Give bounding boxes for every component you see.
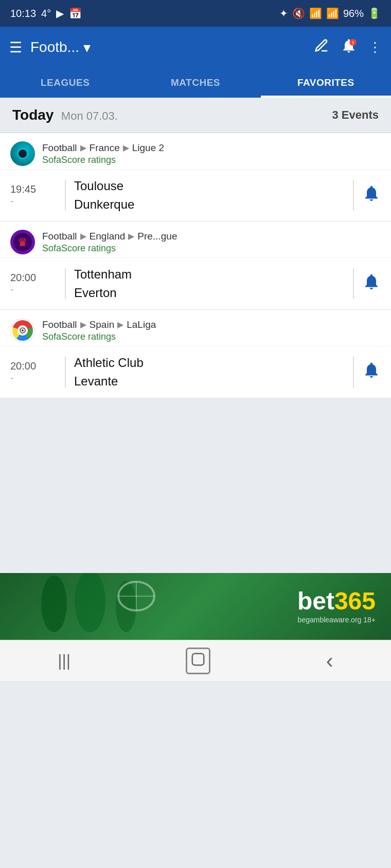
- arrow-icon-4: ▶: [128, 231, 134, 241]
- league-path-pl: Football ▶ England ▶ Pre...gue: [42, 231, 177, 242]
- more-options-icon[interactable]: ⋮: [368, 40, 382, 56]
- league-info-pl: Football ▶ England ▶ Pre...gue SofaScore…: [42, 231, 177, 254]
- league-competition: Ligue 2: [132, 142, 164, 154]
- arrow-icon-2: ▶: [123, 143, 129, 153]
- header-title-container[interactable]: Footb... ▾: [30, 39, 306, 56]
- mute-icon: 🔇: [292, 7, 305, 20]
- date-section: Today Mon 07.03.: [12, 107, 118, 123]
- advertisement-banner[interactable]: bet365 begambleaware.org 18+: [0, 573, 391, 640]
- back-nav-icon[interactable]: ‹: [326, 649, 333, 673]
- team-athletic-club: Athletic Club: [74, 354, 345, 372]
- match-divider-3: [65, 357, 66, 387]
- league-country-laliga: Spain: [90, 319, 115, 330]
- recents-nav-icon[interactable]: |||: [58, 651, 70, 670]
- signal-icon: 📶: [326, 7, 339, 20]
- team-everton: Everton: [74, 284, 345, 302]
- dropdown-arrow-icon[interactable]: ▾: [83, 39, 91, 56]
- arrow-icon-6: ▶: [117, 320, 123, 329]
- laliga-logo-icon: [10, 318, 35, 343]
- match-group-pl: ♛ Football ▶ England ▶ Pre...gue SofaSco…: [0, 221, 391, 310]
- match-divider-right-1: [353, 180, 354, 211]
- team-tottenham: Tottenham: [74, 265, 345, 284]
- sofascore-ratings-3: SofaScore ratings: [42, 331, 156, 342]
- bluetooth-icon: ✦: [279, 7, 288, 20]
- status-right: ✦ 🔇 📶 📶 96% 🔋: [279, 7, 381, 20]
- tab-favorites[interactable]: FAVORITES: [261, 68, 391, 98]
- match-divider-1: [65, 180, 66, 211]
- date-header: Today Mon 07.03. 3 Events: [0, 98, 391, 133]
- ad-figure: [0, 573, 180, 640]
- tab-leagues[interactable]: LEAGUES: [0, 68, 130, 98]
- league-sport: Football: [42, 142, 77, 154]
- arrow-icon-5: ▶: [80, 320, 86, 329]
- svg-point-8: [116, 581, 136, 632]
- menu-icon[interactable]: ☰: [9, 39, 22, 56]
- status-time: 10:13: [10, 8, 36, 20]
- svg-text:♛: ♛: [17, 236, 28, 249]
- match-teams-3: Athletic Club Levante: [74, 354, 345, 391]
- edit-icon[interactable]: [314, 38, 329, 57]
- tabs-container: LEAGUES MATCHES FAVORITES: [0, 68, 391, 98]
- notification-bell-icon[interactable]: !: [341, 38, 357, 58]
- today-label: Today: [12, 107, 54, 123]
- app-title: Footb...: [30, 39, 79, 56]
- match-bell-1[interactable]: [362, 184, 381, 207]
- league-competition-pl: Pre...gue: [137, 231, 177, 242]
- location-icon: ▶: [56, 7, 64, 20]
- match-group-ligue2: Football ▶ France ▶ Ligue 2 SofaScore ra…: [0, 133, 391, 221]
- svg-point-6: [41, 576, 67, 632]
- svg-point-5: [22, 329, 24, 331]
- ad-brand-text: bet365: [297, 589, 376, 614]
- events-count: 3 Events: [332, 108, 379, 122]
- league-competition-laliga: LaLiga: [127, 319, 156, 330]
- battery-status: 96%: [343, 8, 364, 20]
- league-country: France: [90, 142, 120, 154]
- league-path-ligue2: Football ▶ France ▶ Ligue 2: [42, 142, 164, 154]
- bottom-navigation: ||| ‹: [0, 640, 391, 681]
- league-path-laliga: Football ▶ Spain ▶ LaLiga: [42, 319, 156, 330]
- sofascore-ratings-1: SofaScore ratings: [42, 155, 164, 165]
- match-row-tottenham[interactable]: 20:00 - Tottenham Everton: [0, 257, 391, 309]
- header: ☰ Footb... ▾ ! ⋮: [0, 27, 391, 68]
- league-country-pl: England: [90, 231, 126, 242]
- battery-icon: 🔋: [368, 7, 381, 20]
- date-text: Mon 07.03.: [61, 109, 118, 122]
- match-row-athletic[interactable]: 20:00 - Athletic Club Levante: [0, 346, 391, 398]
- match-time-3: 20:00 -: [10, 360, 57, 384]
- header-actions: ! ⋮: [314, 38, 382, 58]
- match-bell-2[interactable]: [362, 272, 381, 295]
- calendar-icon: 📅: [69, 7, 82, 20]
- svg-rect-12: [192, 653, 204, 665]
- league-info-laliga: Football ▶ Spain ▶ LaLiga SofaScore rati…: [42, 319, 156, 342]
- match-row-toulouse[interactable]: 19:45 - Toulouse Dunkerque: [0, 169, 391, 221]
- empty-content-area: [0, 398, 391, 573]
- svg-text:!: !: [352, 40, 353, 45]
- match-teams-1: Toulouse Dunkerque: [74, 177, 345, 214]
- ad-disclaimer: begambleaware.org 18+: [297, 616, 376, 624]
- league-info-ligue2: Football ▶ France ▶ Ligue 2 SofaScore ra…: [42, 142, 164, 165]
- match-bell-3[interactable]: [362, 361, 381, 383]
- team-dunkerque: Dunkerque: [74, 195, 345, 214]
- tab-matches[interactable]: MATCHES: [130, 68, 260, 98]
- match-divider-2: [65, 268, 66, 299]
- arrow-icon-3: ▶: [80, 231, 86, 241]
- match-divider-right-3: [353, 357, 354, 387]
- match-group-laliga: Football ▶ Spain ▶ LaLiga SofaScore rati…: [0, 310, 391, 398]
- match-time-2: 20:00 -: [10, 272, 57, 296]
- home-nav-icon[interactable]: [186, 648, 210, 674]
- arrow-icon-1: ▶: [80, 143, 86, 153]
- league-sport-laliga: Football: [42, 319, 77, 330]
- svg-point-7: [75, 573, 105, 632]
- ligue2-logo-icon: [10, 141, 35, 166]
- status-temp: 4°: [41, 8, 51, 20]
- league-sport-pl: Football: [42, 231, 77, 242]
- sofascore-ratings-2: SofaScore ratings: [42, 243, 177, 254]
- team-toulouse: Toulouse: [74, 177, 345, 195]
- match-divider-right-2: [353, 268, 354, 299]
- league-header-laliga: Football ▶ Spain ▶ LaLiga SofaScore rati…: [0, 310, 391, 346]
- wifi-icon: 📶: [309, 7, 322, 20]
- team-levante: Levante: [74, 372, 345, 391]
- match-teams-2: Tottenham Everton: [74, 265, 345, 302]
- league-header-pl: ♛ Football ▶ England ▶ Pre...gue SofaSco…: [0, 221, 391, 257]
- status-left: 10:13 4° ▶ 📅: [10, 7, 82, 20]
